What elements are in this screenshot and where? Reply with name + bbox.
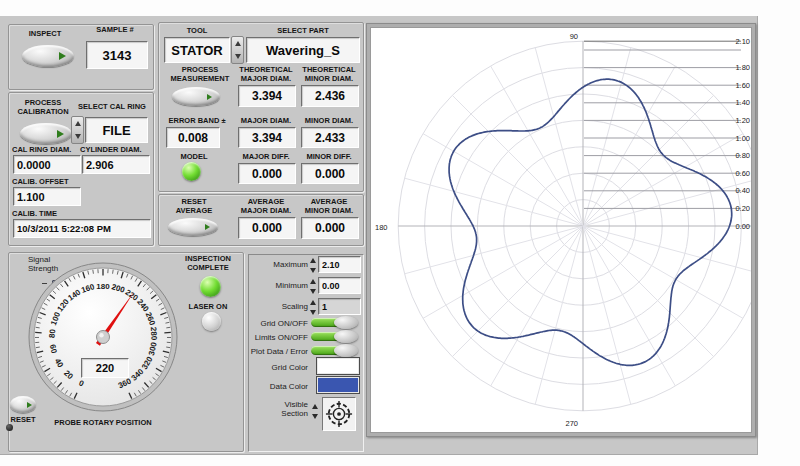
- run-arrow-icon: [207, 94, 212, 100]
- increment-icon: [310, 258, 316, 263]
- inspect-label: INSPECT: [12, 29, 78, 38]
- model-led[interactable]: [182, 162, 201, 181]
- svg-text:2.10: 2.10: [735, 37, 750, 46]
- calib-time-label: CALIB. TIME: [12, 209, 82, 218]
- polar-plot-frame: 2.101.801.601.401.201.000.800.600.400.20…: [366, 23, 756, 437]
- maximum-spinner[interactable]: [310, 258, 318, 273]
- theoretical-major-diam-label: THEORETICAL MAJOR DIAM.: [236, 65, 296, 83]
- average-major-diam-value: 0.000: [238, 217, 296, 239]
- visible-section-target-icon: [325, 400, 353, 428]
- process-measurement-button[interactable]: [172, 87, 220, 106]
- decrement-icon: [235, 54, 241, 59]
- svg-text:1.40: 1.40: [735, 98, 750, 107]
- gauge-title: PROBE ROTARY POSITION: [33, 418, 173, 427]
- polar-chart: 2.101.801.601.401.201.000.800.600.400.20…: [371, 28, 751, 432]
- limits-toggle-label: Limits ON/OFF: [238, 333, 308, 342]
- visible-section-display[interactable]: [322, 397, 356, 431]
- decrement-icon: [75, 134, 81, 139]
- major-diam-value: 3.394: [238, 127, 296, 148]
- plot-data-error-toggle[interactable]: [311, 344, 355, 357]
- scaling-label: Scaling: [250, 302, 308, 311]
- panel-dot: [6, 424, 13, 431]
- calib-offset-label: CALIB. OFFSET: [12, 177, 82, 186]
- average-major-diam-label: AVERAGE MAJOR DIAM.: [236, 197, 296, 215]
- increment-icon: [235, 41, 241, 46]
- select-cal-ring-value[interactable]: FILE: [85, 117, 148, 143]
- maximum-label: Maximum: [250, 260, 308, 269]
- grid-toggle[interactable]: [311, 316, 355, 329]
- grid-toggle-label: Grid ON/OFF: [238, 319, 308, 328]
- model-label: MODEL: [166, 152, 222, 161]
- svg-text:0.40: 0.40: [735, 186, 750, 195]
- svg-text:0.60: 0.60: [735, 169, 750, 178]
- scaling-value[interactable]: 1: [318, 298, 361, 315]
- scaling-spinner[interactable]: [310, 300, 318, 315]
- toggle-knob: [334, 316, 358, 329]
- decrement-icon: [310, 289, 316, 294]
- decrement-icon: [310, 268, 316, 273]
- svg-text:1.80: 1.80: [735, 63, 750, 72]
- svg-text:1.60: 1.60: [735, 81, 750, 90]
- gauge-digital-value: 220: [81, 358, 129, 378]
- limits-toggle[interactable]: [311, 330, 355, 343]
- inspection-complete-label: INSPECTION COMPLETE: [176, 254, 240, 272]
- polar-plot-area: 2.101.801.601.401.201.000.800.600.400.20…: [370, 27, 752, 433]
- data-color-swatch[interactable]: [316, 376, 360, 394]
- increment-icon: [75, 121, 81, 126]
- svg-text:270: 270: [565, 419, 578, 428]
- visible-section-spinner[interactable]: [312, 404, 320, 419]
- decrement-icon: [312, 414, 318, 419]
- calib-time-value: 10/3/2011 5:22:08 PM: [13, 219, 151, 238]
- minimum-value[interactable]: 0.00: [318, 277, 361, 294]
- increment-icon: [312, 404, 318, 409]
- minor-diff-label: MINOR DIFF.: [299, 152, 359, 161]
- error-band-value[interactable]: 0.008: [166, 127, 220, 148]
- cal-ring-spinner[interactable]: [71, 116, 84, 144]
- minor-diam-label: MINOR DIAM.: [299, 116, 359, 125]
- average-minor-diam-value: 0.000: [301, 217, 359, 239]
- inspect-button[interactable]: [22, 45, 74, 67]
- laser-on-led[interactable]: [202, 312, 221, 331]
- reset-average-button[interactable]: [168, 218, 218, 236]
- minor-diff-value: 0.000: [301, 163, 359, 184]
- reset-average-label: RESET AVERAGE: [166, 197, 222, 215]
- minimum-spinner[interactable]: [310, 279, 318, 294]
- sample-number-value[interactable]: 3143: [86, 41, 148, 69]
- select-part-spinner[interactable]: [231, 36, 244, 64]
- theoretical-major-diam-value: 3.394: [238, 85, 296, 107]
- process-calibration-button[interactable]: [20, 123, 72, 144]
- select-part-label: SELECT PART: [248, 26, 358, 35]
- grid-color-swatch[interactable]: [316, 357, 360, 375]
- major-diff-value: 0.000: [238, 163, 296, 184]
- sample-number-label: SAMPLE #: [84, 25, 146, 34]
- decrement-icon: [310, 310, 316, 315]
- svg-text:0.00: 0.00: [735, 222, 750, 231]
- select-part-value[interactable]: Wavering_S: [246, 37, 360, 63]
- svg-text:1.00: 1.00: [735, 134, 750, 143]
- cal-ring-diam-label: CAL RING DIAM.: [12, 145, 82, 154]
- grid-color-label: Grid Color: [246, 363, 308, 372]
- svg-text:280: 280: [149, 327, 159, 341]
- minor-diam-value: 2.433: [301, 127, 359, 148]
- inspection-complete-led: [200, 276, 221, 297]
- gauge-dial: 0204060801001201401601802002202402602803…: [28, 262, 178, 412]
- process-measurement-label: PROCESS MEASUREMENT: [162, 65, 238, 83]
- theoretical-minor-diam-value: 2.436: [301, 85, 359, 107]
- tool-value[interactable]: STATOR: [164, 37, 230, 63]
- svg-text:0.80: 0.80: [735, 151, 750, 160]
- calib-offset-value: 1.100: [13, 187, 81, 206]
- increment-icon: [310, 279, 316, 284]
- svg-text:180: 180: [375, 223, 388, 232]
- run-arrow-icon: [59, 52, 66, 60]
- svg-text:80: 80: [48, 328, 58, 338]
- toggle-knob: [334, 330, 358, 343]
- select-cal-ring-label: SELECT CAL RING: [74, 102, 150, 111]
- data-color-label: Data Color: [246, 382, 308, 391]
- probe-rotary-gauge: 0204060801001201401601802002202402602803…: [28, 262, 178, 412]
- maximum-value[interactable]: 2.10: [318, 256, 361, 273]
- screenshot-stage: INSPECT SAMPLE # 3143 PROCESS CALIBRATIO…: [0, 0, 800, 466]
- plot-data-error-toggle-label: Plot Data / Error: [234, 347, 308, 356]
- run-arrow-icon: [57, 130, 64, 138]
- instrument-front-panel: INSPECT SAMPLE # 3143 PROCESS CALIBRATIO…: [0, 16, 758, 455]
- svg-text:0.20: 0.20: [735, 204, 750, 213]
